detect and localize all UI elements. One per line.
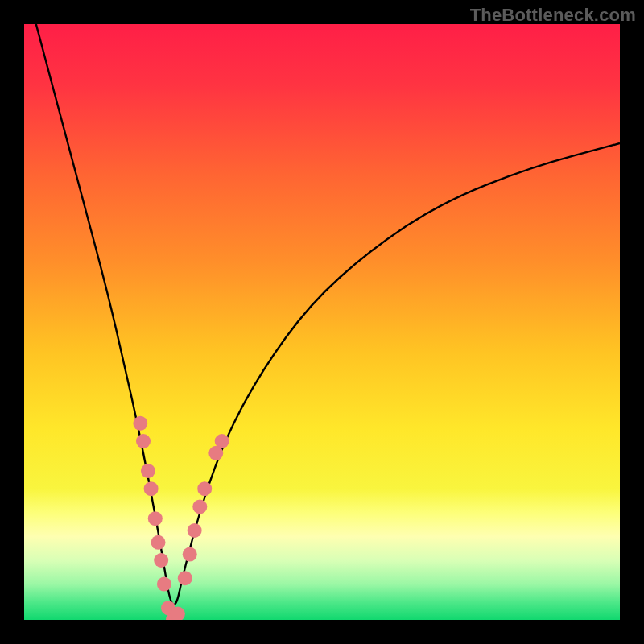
marker-dot	[151, 535, 166, 550]
marker-dot	[144, 481, 159, 496]
marker-dots	[133, 416, 229, 620]
marker-dot	[157, 577, 171, 592]
marker-dot	[133, 416, 147, 431]
marker-dot	[178, 571, 192, 585]
plot-area	[24, 24, 620, 620]
marker-dot	[136, 434, 151, 448]
marker-dot	[197, 481, 212, 496]
marker-dot	[183, 547, 197, 562]
chart-frame: TheBottleneck.com	[0, 0, 644, 644]
marker-dot	[141, 464, 155, 478]
marker-dot	[148, 511, 163, 526]
marker-dot	[154, 553, 168, 568]
marker-dot	[188, 523, 202, 538]
curve-layer	[24, 24, 620, 620]
marker-dot	[192, 499, 207, 514]
marker-dot	[215, 434, 229, 448]
watermark-label: TheBottleneck.com	[470, 5, 636, 26]
bottleneck-curve	[36, 24, 620, 605]
